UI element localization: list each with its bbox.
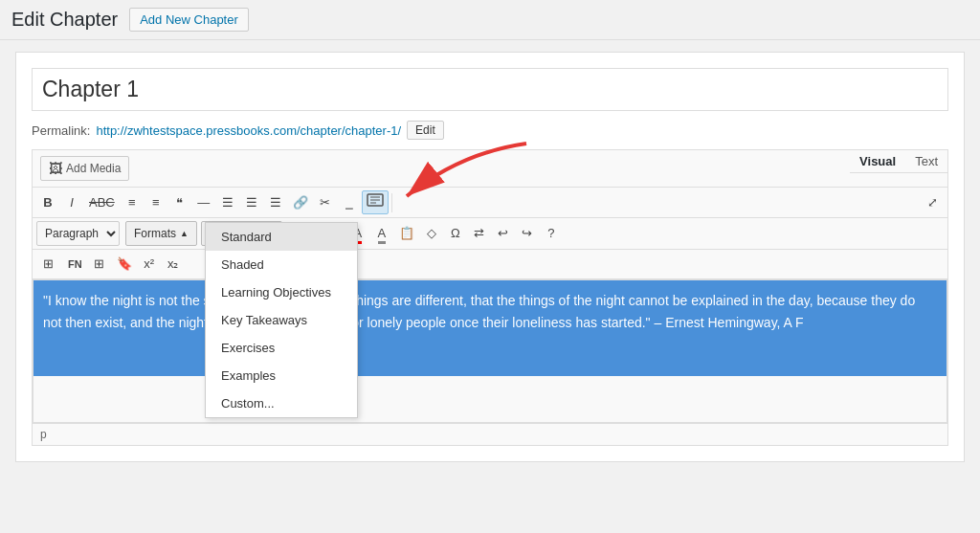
- align-center-button[interactable]: ☰: [240, 191, 263, 214]
- undo-button[interactable]: ↩: [492, 222, 515, 245]
- toolbar-separator: [391, 193, 392, 212]
- add-media-icon: 🖼: [49, 161, 62, 176]
- fn-button[interactable]: FN: [63, 255, 87, 275]
- bookmark-button[interactable]: 🔖: [112, 253, 137, 276]
- editor-text: "I know the night is not the same as the…: [33, 280, 947, 376]
- font-size-button[interactable]: A: [370, 222, 393, 245]
- redo-button[interactable]: ↪: [516, 222, 539, 245]
- dropdown-item-shaded[interactable]: Shaded: [206, 251, 357, 278]
- visual-tab[interactable]: Visual: [850, 150, 905, 172]
- toolbar-area: Visual Text 🖼 Add Media B I ABC ≡ ≡: [32, 149, 948, 446]
- blockquote-button[interactable]: ❝: [168, 191, 191, 214]
- formats-label: Formats: [134, 227, 176, 240]
- page-title: Edit Chapter: [11, 9, 118, 31]
- table-button[interactable]: ⊞: [36, 253, 59, 276]
- page-wrapper: Edit Chapter Add New Chapter Permalink: …: [0, 0, 980, 533]
- editor-status: p: [40, 428, 47, 441]
- insert-readmore-button[interactable]: ⎯: [338, 191, 361, 214]
- text-tab[interactable]: Text: [905, 150, 947, 172]
- align-left-button[interactable]: ☰: [216, 191, 239, 214]
- format-toolbar-row-1: B I ABC ≡ ≡ ❝ — ☰ ☰ ☰ 🔗 ✂ ⎯: [33, 188, 947, 218]
- special-char-button[interactable]: Ω: [444, 222, 467, 245]
- permalink-url[interactable]: http://zwhtestspace.pressbooks.com/chapt…: [96, 123, 401, 138]
- permalink-bar: Permalink: http://zwhtestspace.pressbook…: [32, 121, 948, 140]
- add-media-label: Add Media: [66, 162, 121, 175]
- permalink-label: Permalink:: [32, 123, 90, 138]
- indent2-button[interactable]: ⇄: [468, 222, 491, 245]
- edit-permalink-button[interactable]: Edit: [407, 121, 444, 140]
- editor-container: Permalink: http://zwhtestspace.pressbook…: [15, 52, 965, 462]
- strikethrough-button[interactable]: ABC: [84, 191, 120, 214]
- dropdown-item-learning-objectives[interactable]: Learning Objectives: [206, 278, 357, 306]
- chapter-title-input[interactable]: [32, 68, 948, 111]
- textbox-icon: [367, 193, 384, 207]
- dropdown-item-examples[interactable]: Examples: [206, 362, 357, 389]
- link-button[interactable]: 🔗: [288, 191, 313, 214]
- dropdown-item-standard[interactable]: Standard: [206, 223, 357, 251]
- ordered-list-button[interactable]: ≡: [145, 191, 167, 214]
- editor-content-area[interactable]: "I know the night is not the same as the…: [33, 279, 947, 423]
- clear-format-button[interactable]: ◇: [420, 222, 443, 245]
- dropdown-item-exercises[interactable]: Exercises: [206, 334, 357, 362]
- paste-text-button[interactable]: 📋: [394, 222, 419, 245]
- formats-dropdown-button[interactable]: Formats ▲: [125, 221, 197, 246]
- dropdown-item-key-takeaways[interactable]: Key Takeaways: [206, 306, 357, 334]
- unordered-list-button[interactable]: ≡: [121, 191, 144, 214]
- add-media-bar: 🖼 Add Media: [33, 150, 947, 188]
- format-toolbar-row-3: ⊞ FN ⊞ 🔖 x² x₂: [33, 250, 947, 279]
- page-header: Edit Chapter Add New Chapter: [0, 0, 980, 40]
- paragraph-format-select[interactable]: Paragraph: [36, 221, 120, 246]
- formats-arrow: ▲: [180, 229, 189, 238]
- subscript-button[interactable]: x₂: [162, 253, 185, 276]
- superscript-button[interactable]: x²: [138, 253, 161, 276]
- dropdown-item-custom[interactable]: Custom...: [206, 389, 357, 417]
- grid-button[interactable]: ⊞: [88, 253, 111, 276]
- format-toolbar-row-2: Paragraph Formats ▲ Textboxes ▲ ⬅ →☰: [33, 218, 947, 250]
- add-new-chapter-button[interactable]: Add New Chapter: [129, 8, 249, 32]
- textboxes-dropdown-menu: Standard Shaded Learning Objectives Key …: [205, 222, 358, 418]
- add-media-button[interactable]: 🖼 Add Media: [40, 156, 129, 181]
- textbox-insert-button[interactable]: [362, 190, 389, 214]
- bold-button[interactable]: B: [36, 191, 59, 214]
- align-right-button[interactable]: ☰: [264, 191, 287, 214]
- main-content: Permalink: http://zwhtestspace.pressbook…: [0, 40, 980, 474]
- fullscreen-button[interactable]: ⤢: [921, 191, 944, 214]
- editor-paragraph: "I know the night is not the same as the…: [43, 290, 937, 333]
- italic-button[interactable]: I: [60, 191, 83, 214]
- horizontal-rule-button[interactable]: —: [192, 191, 215, 214]
- help-button[interactable]: ?: [540, 222, 563, 245]
- editor-bottom-bar: p: [33, 423, 947, 445]
- unlink-button[interactable]: ✂: [314, 191, 337, 214]
